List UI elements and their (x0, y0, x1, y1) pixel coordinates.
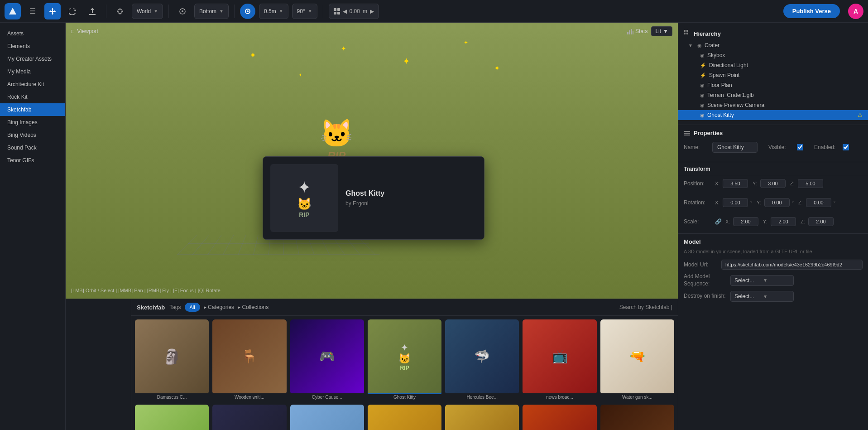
svg-rect-15 (629, 30, 630, 34)
viewport-header: □ Viewport Stats Lit ▼ (66, 23, 678, 40)
sidebar-item-elements[interactable]: Elements (0, 40, 65, 53)
upload-button[interactable] (84, 3, 101, 19)
asset-card-mecha[interactable]: 🤖 Mecha roe d... (212, 405, 286, 430)
asset-card-damascus[interactable]: 🗿 Damascus C... (135, 319, 209, 401)
world-dropdown[interactable]: World ▼ (132, 4, 163, 19)
pos-x-input[interactable] (723, 179, 748, 188)
rot-y-input[interactable] (764, 198, 790, 207)
hierarchy-icon (684, 30, 690, 38)
grid-right[interactable]: ▶ (370, 8, 374, 14)
sidebar-item-sound-pack[interactable]: Sound Pack (0, 141, 65, 154)
rotation-label: Rotation: (684, 199, 713, 206)
asset-card-gridlock[interactable]: 🔒 Grid Lock (445, 405, 519, 430)
rot-x-input[interactable] (723, 198, 748, 207)
sidebar-item-sketchfab[interactable]: Sketchfab (0, 103, 65, 116)
asset-label-hercules: Hercules Bee... (445, 393, 519, 401)
asset-thumb-watergun: 🔫 (600, 319, 674, 393)
asset-card-swordtembe[interactable]: 🗡️ Swordtembe... (600, 405, 674, 430)
asset-card-wooden[interactable]: 🪑 Wooden writi... (212, 319, 286, 401)
model-url-label: Model Url: (684, 261, 718, 268)
sidebar-item-tenor-gifs[interactable]: Tenor GIFs (0, 154, 65, 167)
asset-card-magical[interactable]: ✨ Magical Find (368, 405, 441, 430)
pos-y-input[interactable] (760, 179, 786, 188)
viewport-controls-hint: [LMB] Orbit / Select | [MMB] Pan | [RMB]… (71, 288, 221, 293)
sidebar-item-assets[interactable]: Assets (0, 27, 65, 40)
tag-all-button[interactable]: All (185, 303, 200, 312)
sketchfab-header: Sketchfab Tags All ▸ Categories ▸ Collec… (131, 299, 678, 316)
visible-checkbox[interactable] (797, 144, 803, 150)
asset-card-cyber[interactable]: 🎮 Cyber Cause... (290, 319, 364, 401)
hierarchy-item-directional-light[interactable]: ⚡ Directional Light (678, 60, 868, 70)
pos-y-group: Y: (753, 179, 786, 188)
cursor-icon-btn[interactable] (112, 3, 128, 19)
asset-card-news[interactable]: 📺 news broac... (523, 319, 596, 401)
scale-x-input[interactable] (733, 217, 758, 226)
bottom-dropdown[interactable]: Bottom ▼ (194, 4, 229, 19)
asset-card-watergun[interactable]: 🔫 Water gun sk... (600, 319, 674, 401)
asset-card-ghostkitty[interactable]: ✦ 🐱 RIP Ghost Kitty (368, 319, 441, 401)
hierarchy-item-crater[interactable]: ▼ ◉ Crater (678, 40, 868, 50)
svg-rect-11 (337, 8, 340, 11)
publish-button[interactable]: Publish Verse (783, 4, 840, 18)
destroy-on-finish-dropdown[interactable]: Select... ▼ (730, 291, 794, 302)
move-tool-button[interactable] (44, 3, 61, 19)
snap-button[interactable] (240, 4, 255, 19)
properties-name-row: Name: Ghost Kitty Visible: Enabled: (684, 142, 863, 153)
snap-value-dropdown[interactable]: 0.5m ▼ (259, 4, 288, 19)
hierarchy-item-scene-camera[interactable]: ◉ Scene Preview Camera (678, 100, 868, 110)
hierarchy-label-scene-camera: Scene Preview Camera (707, 102, 764, 108)
avatar[interactable]: A (848, 4, 863, 19)
sidebar-item-my-media[interactable]: My Media (0, 65, 65, 78)
hierarchy-header: Hierarchy (678, 27, 868, 40)
asset-thumb-mecha: 🤖 (212, 405, 286, 430)
lit-dropdown[interactable]: Lit ▼ (651, 26, 672, 36)
star6: ✦ (298, 72, 302, 77)
star3: ✦ (403, 56, 410, 67)
tag-collections[interactable]: ▸ Collections (238, 304, 269, 310)
model-description: A 3D model in your scene, loaded from a … (684, 249, 863, 254)
sidebar-item-architecture-kit[interactable]: Architecture Kit (0, 78, 65, 91)
angle-dropdown[interactable]: 90° ▼ (292, 4, 317, 19)
hierarchy-label-floor-plan: Floor Plan (707, 82, 732, 88)
main-layout: Assets Elements My Creator Assets My Med… (0, 23, 868, 430)
stats-button[interactable]: Stats (627, 28, 647, 34)
rot-z-input[interactable] (806, 198, 831, 207)
asset-thumb-volcanic: 🪓 (523, 405, 596, 430)
asset-card-skygiants[interactable]: 🏔️ Sky Giants -... (290, 405, 364, 430)
enabled-checkbox[interactable] (843, 144, 849, 150)
hierarchy-title: Hierarchy (694, 30, 721, 37)
hierarchy-item-terrain[interactable]: ◉ Terrain_Crater1.glb (678, 90, 868, 100)
hierarchy-item-floor-plan[interactable]: ◉ Floor Plan (678, 80, 868, 90)
hierarchy-item-ghost-kitty[interactable]: ◉ Ghost Kitty ⚠ (678, 110, 868, 120)
sidebar-item-rock-kit[interactable]: Rock Kit (0, 91, 65, 103)
logo[interactable] (5, 3, 21, 19)
scale-link-icon[interactable]: 🔗 (715, 218, 722, 225)
asset-thumb-wooden: 🪑 (212, 319, 286, 393)
hierarchy-icon-scene-camera: ◉ (700, 102, 705, 108)
tag-categories[interactable]: ▸ Categories (204, 304, 234, 310)
grid-left[interactable]: ◀ (343, 8, 347, 14)
star1: ✦ (249, 50, 256, 60)
refresh-button[interactable] (64, 3, 81, 19)
pos-z-input[interactable] (798, 179, 823, 188)
add-model-sequence-label: Add ModelSequence: (684, 273, 727, 287)
rot-y-group: Y: ° (757, 198, 794, 207)
model-url-input[interactable] (721, 260, 863, 270)
name-value[interactable]: Ghost Kitty (712, 142, 758, 153)
asset-card-hercules[interactable]: 🦈 Hercules Bee... (445, 319, 519, 401)
hamburger-menu[interactable]: ☰ (24, 3, 41, 19)
sidebar-item-bing-images[interactable]: Bing Images (0, 116, 65, 129)
asset-card-okame[interactable]: 🌱 OKAMEbird 🐦 (135, 405, 209, 430)
asset-thumb-magical: ✨ (368, 405, 441, 430)
sidebar-item-my-creator-assets[interactable]: My Creator Assets (0, 53, 65, 65)
pos-x-group: X: (715, 179, 748, 188)
hierarchy-expand-crater: ▼ (688, 43, 693, 48)
sidebar-item-bing-videos[interactable]: Bing Videos (0, 129, 65, 141)
add-model-sequence-dropdown[interactable]: Select... ▼ (730, 275, 794, 286)
viewport-stats: Stats Lit ▼ (627, 26, 672, 36)
hierarchy-item-skybox[interactable]: ◉ Skybox (678, 50, 868, 60)
asset-card-volcanic[interactable]: 🪓 Volcanic Axe (523, 405, 596, 430)
scale-y-input[interactable] (771, 217, 796, 226)
hierarchy-item-spawn-point[interactable]: ⚡ Spawn Point (678, 70, 868, 80)
scale-z-input[interactable] (808, 217, 834, 226)
